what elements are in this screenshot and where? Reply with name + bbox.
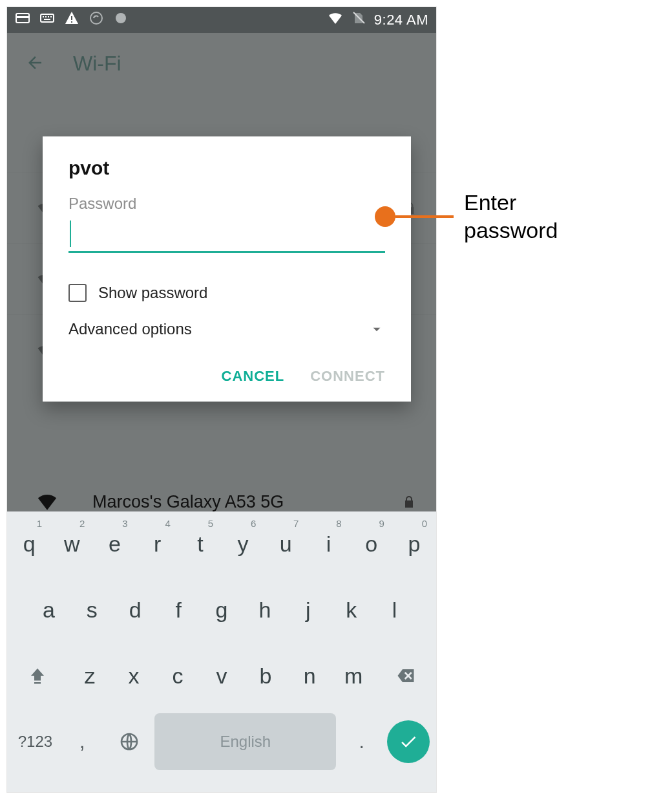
svg-rect-8 — [71, 16, 72, 20]
keyboard-status-icon — [39, 10, 55, 30]
key-z[interactable]: z — [70, 647, 110, 704]
callout-text: Enter password — [464, 189, 558, 244]
key-e[interactable]: e3 — [95, 515, 134, 572]
key-r[interactable]: r4 — [138, 515, 177, 572]
key-m[interactable]: m — [333, 647, 373, 704]
key-backspace[interactable] — [377, 647, 434, 704]
callout-dot-icon — [375, 206, 395, 227]
wifi-name: Marcos's Galaxy A53 5G — [92, 492, 284, 512]
key-enter[interactable] — [387, 720, 430, 763]
key-o[interactable]: o9 — [352, 515, 391, 572]
key-l[interactable]: l — [375, 581, 414, 638]
key-shift[interactable] — [10, 647, 66, 704]
key-g[interactable]: g — [202, 581, 242, 638]
card-icon — [15, 10, 30, 30]
advanced-options-row[interactable]: Advanced options — [68, 320, 385, 338]
key-space[interactable]: English — [154, 713, 336, 770]
wifi-status-icon — [328, 10, 343, 30]
key-period[interactable]: . — [340, 713, 383, 770]
show-password-label: Show password — [98, 284, 207, 302]
status-bar: 9:24 AM — [7, 7, 436, 33]
warning-icon — [64, 10, 79, 30]
key-d[interactable]: d — [116, 581, 155, 638]
svg-rect-3 — [43, 16, 44, 17]
key-t[interactable]: t5 — [181, 515, 220, 572]
password-label: Password — [68, 195, 385, 213]
key-a[interactable]: a — [29, 581, 68, 638]
key-b[interactable]: b — [246, 647, 286, 704]
key-v[interactable]: v — [202, 647, 242, 704]
password-field[interactable] — [68, 217, 385, 253]
key-i[interactable]: i8 — [309, 515, 348, 572]
soft-keyboard: q1w2e3r4t5y6u7i8o9p0 asdfghjkl zxcvbnm ?… — [7, 511, 436, 792]
no-sim-icon — [351, 10, 366, 30]
app-content: Wi-Fi Marcos's Galaxy A53 5G pvot Passwo… — [7, 33, 436, 792]
callout-annotation: Enter password — [375, 189, 558, 244]
key-n[interactable]: n — [289, 647, 330, 704]
key-symbols[interactable]: ?123 — [14, 713, 57, 770]
dialog-ssid: pvot — [68, 157, 385, 179]
connect-button[interactable]: CONNECT — [310, 368, 385, 385]
key-s[interactable]: s — [72, 581, 112, 638]
text-caret — [70, 221, 71, 247]
sync-icon — [89, 10, 104, 30]
key-k[interactable]: k — [331, 581, 371, 638]
checkbox-icon[interactable] — [68, 284, 87, 302]
svg-rect-4 — [45, 16, 47, 17]
key-u[interactable]: u7 — [266, 515, 305, 572]
key-x[interactable]: x — [114, 647, 154, 704]
callout-line — [395, 215, 454, 218]
svg-rect-2 — [41, 14, 54, 22]
key-f[interactable]: f — [159, 581, 198, 638]
key-w[interactable]: w2 — [52, 515, 91, 572]
clock-text: 9:24 AM — [374, 12, 428, 28]
svg-point-11 — [116, 13, 126, 23]
phone-frame: 9:24 AM Wi-Fi Marcos's Galaxy A53 5G — [6, 6, 437, 793]
svg-rect-7 — [44, 19, 50, 20]
svg-rect-1 — [16, 16, 29, 18]
svg-rect-5 — [48, 16, 49, 17]
globe-icon[interactable] — [108, 713, 151, 770]
key-q[interactable]: q1 — [10, 515, 48, 572]
key-c[interactable]: c — [158, 647, 198, 704]
key-h[interactable]: h — [245, 581, 284, 638]
key-p[interactable]: p0 — [395, 515, 434, 572]
svg-rect-12 — [34, 682, 41, 684]
password-input[interactable] — [68, 217, 385, 251]
dot-icon — [113, 10, 129, 30]
key-y[interactable]: y6 — [224, 515, 262, 572]
chevron-down-icon — [368, 321, 385, 338]
advanced-options-label: Advanced options — [68, 320, 192, 338]
show-password-row[interactable]: Show password — [68, 284, 385, 302]
svg-rect-9 — [71, 21, 72, 23]
cancel-button[interactable]: CANCEL — [222, 368, 285, 385]
key-comma[interactable]: , — [61, 713, 104, 770]
key-j[interactable]: j — [288, 581, 328, 638]
dialog-buttons: CANCEL CONNECT — [68, 364, 385, 389]
svg-rect-6 — [50, 16, 52, 17]
wifi-password-dialog: pvot Password Show password Advanced opt… — [43, 136, 411, 402]
svg-point-10 — [90, 12, 102, 24]
